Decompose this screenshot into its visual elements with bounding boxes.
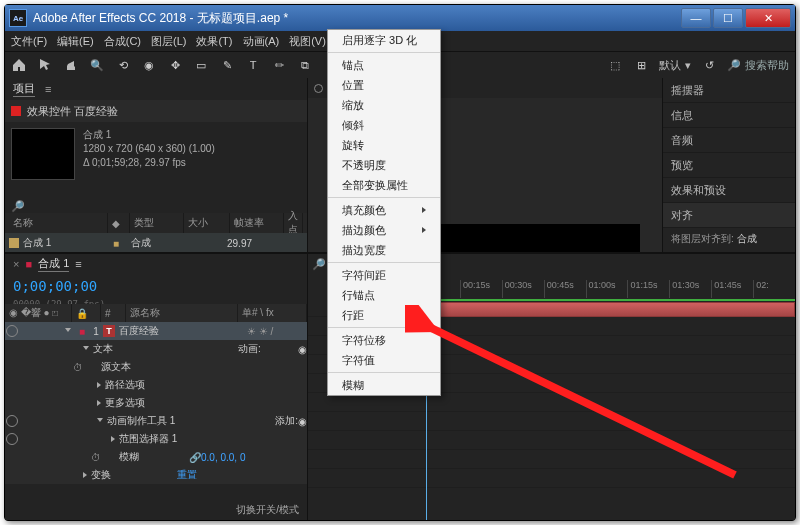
menu-composition[interactable]: 合成(C) xyxy=(104,34,141,49)
project-search-icon[interactable]: 🔎 xyxy=(11,200,25,212)
toggle-switches-modes[interactable]: 切换开关/模式 xyxy=(236,503,299,517)
animate-menu-icon[interactable]: ◉ xyxy=(298,344,307,355)
source-toggle-icon[interactable] xyxy=(314,84,323,93)
maximize-button[interactable]: ☐ xyxy=(713,8,743,28)
menu-line-spacing[interactable]: 行距 xyxy=(328,305,440,325)
menu-edit[interactable]: 编辑(E) xyxy=(57,34,94,49)
window-title: Adobe After Effects CC 2018 - 无标题项目.aep … xyxy=(33,10,288,27)
fx-icon xyxy=(11,106,21,116)
menu-effect[interactable]: 效果(T) xyxy=(196,34,232,49)
prop-range-selector[interactable]: 范围选择器 1 xyxy=(5,430,307,448)
prop-blur[interactable]: ⏱ 模糊 🔗 0.0, 0.0, 0 xyxy=(5,448,307,466)
search-layers-icon[interactable]: 🔎 xyxy=(312,258,326,271)
comp-thumbnail[interactable] xyxy=(11,128,75,180)
prop-path-options[interactable]: 路径选项 xyxy=(5,376,307,394)
animate-context-menu: 启用逐字 3D 化 锚点 位置 缩放 倾斜 旋转 不透明度 全部变换属性 填充颜… xyxy=(327,29,441,396)
help-search[interactable]: 🔎搜索帮助 xyxy=(727,58,789,73)
project-tab[interactable]: 项目 xyxy=(13,81,35,97)
visibility-toggle-icon[interactable] xyxy=(6,325,18,337)
anchor-tool-icon[interactable]: ✥ xyxy=(167,57,183,73)
stopwatch-icon[interactable]: ⏱ xyxy=(73,362,83,373)
reset-icon[interactable]: ↺ xyxy=(701,57,717,73)
menu-stroke-width[interactable]: 描边宽度 xyxy=(328,240,440,260)
blur-value[interactable]: 0.0, 0.0, 0 xyxy=(201,452,245,463)
effect-controls-row[interactable]: 效果控件 百度经验 xyxy=(5,100,307,122)
comp-icon xyxy=(9,238,19,248)
menu-layer[interactable]: 图层(L) xyxy=(151,34,186,49)
home-icon[interactable] xyxy=(11,57,27,73)
link-dimensions-icon[interactable]: 🔗 xyxy=(189,452,201,463)
layer-bar[interactable] xyxy=(426,302,795,317)
panel-align[interactable]: 对齐 xyxy=(663,203,795,228)
work-area-bar[interactable] xyxy=(426,299,795,301)
zoom-tool-icon[interactable]: 🔍 xyxy=(89,57,105,73)
workspace-dropdown[interactable]: 默认▾ xyxy=(659,58,691,73)
menu-blur[interactable]: 模糊 xyxy=(328,375,440,395)
menu-scale[interactable]: 缩放 xyxy=(328,95,440,115)
selection-tool-icon[interactable] xyxy=(37,57,53,73)
menu-stroke-color[interactable]: 描边颜色 xyxy=(328,220,440,240)
text-layer-icon: T xyxy=(103,325,115,337)
snap-icon[interactable]: ⬚ xyxy=(607,57,623,73)
prop-transform[interactable]: 变换 重置 xyxy=(5,466,307,484)
timeline-footer: 切换开关/模式 xyxy=(5,500,307,520)
orbit-tool-icon[interactable]: ⟲ xyxy=(115,57,131,73)
menu-file[interactable]: 文件(F) xyxy=(11,34,47,49)
rect-tool-icon[interactable]: ▭ xyxy=(193,57,209,73)
menu-line-anchor[interactable]: 行锚点 xyxy=(328,285,440,305)
menu-tracking[interactable]: 字符间距 xyxy=(328,265,440,285)
menu-char-offset[interactable]: 字符位移 xyxy=(328,330,440,350)
menu-position[interactable]: 位置 xyxy=(328,75,440,95)
menu-all-transform[interactable]: 全部变换属性 xyxy=(328,175,440,195)
pen-tool-icon[interactable]: ✎ xyxy=(219,57,235,73)
grid-icon[interactable]: ⊞ xyxy=(633,57,649,73)
search-icon: 🔎 xyxy=(727,59,741,72)
menu-char-value[interactable]: 字符值 xyxy=(328,350,440,370)
layer-row-1[interactable]: ■ 1 T 百度经验 ☀ ☀ / xyxy=(5,322,307,340)
close-button[interactable]: ✕ xyxy=(745,8,791,28)
panel-info[interactable]: 信息 xyxy=(663,103,795,128)
hand-tool-icon[interactable] xyxy=(63,57,79,73)
panel-menu-icon[interactable]: ≡ xyxy=(45,83,51,95)
timecode[interactable]: 0;00;00;0000000 (29.97 fps) xyxy=(5,274,307,304)
expand-icon[interactable] xyxy=(65,328,71,335)
menu-view[interactable]: 视图(V) xyxy=(289,34,326,49)
panel-audio[interactable]: 音频 xyxy=(663,128,795,153)
panel-wiggler[interactable]: 摇摆器 xyxy=(663,78,795,103)
timeline-tab[interactable]: 合成 1 xyxy=(38,256,69,272)
project-list-header: 名称 ◆ 类型 大小 帧速率 入点 xyxy=(5,213,307,233)
prop-text[interactable]: 文本 动画:◉ xyxy=(5,340,307,358)
prop-animator-1[interactable]: 动画制作工具 1 添加:◉ xyxy=(5,412,307,430)
app-logo: Ae xyxy=(9,9,27,27)
comp-color-icon: ■ xyxy=(25,258,32,270)
prop-source-text[interactable]: ⏱ 源文本 xyxy=(5,358,307,376)
prop-more-options[interactable]: 更多选项 xyxy=(5,394,307,412)
menu-enable-per-char-3d[interactable]: 启用逐字 3D 化 xyxy=(328,30,440,50)
menu-anchor-point[interactable]: 锚点 xyxy=(328,55,440,75)
timeline-close-icon[interactable]: × xyxy=(13,258,19,270)
rotate-tool-icon[interactable]: ◉ xyxy=(141,57,157,73)
effect-controls-label: 效果控件 百度经验 xyxy=(27,104,118,119)
menu-skew[interactable]: 倾斜 xyxy=(328,115,440,135)
text-tool-icon[interactable]: T xyxy=(245,57,261,73)
layer-columns-header: ◉ �響 ● ⏍ 🔒 # 源名称 单# \ fx xyxy=(5,304,307,322)
stopwatch-icon[interactable]: ⏱ xyxy=(91,452,101,463)
comp-metadata: 合成 1 1280 x 720 (640 x 360) (1.00) Δ 0;0… xyxy=(83,128,215,188)
menu-rotation[interactable]: 旋转 xyxy=(328,135,440,155)
panel-effects-presets[interactable]: 效果和预设 xyxy=(663,178,795,203)
brush-tool-icon[interactable]: ✏ xyxy=(271,57,287,73)
project-item-row[interactable]: 合成 1 ■ 合成 29.97 xyxy=(5,233,307,253)
panel-preview[interactable]: 预览 xyxy=(663,153,795,178)
menu-fill-color[interactable]: 填充颜色 xyxy=(328,200,440,220)
align-to-row: 将图层对齐到: 合成 xyxy=(663,228,795,250)
clone-tool-icon[interactable]: ⧉ xyxy=(297,57,313,73)
minimize-button[interactable]: — xyxy=(681,8,711,28)
menu-animation[interactable]: 动画(A) xyxy=(243,34,280,49)
transform-reset[interactable]: 重置 xyxy=(177,468,197,482)
add-property-icon[interactable]: ◉ xyxy=(298,416,307,427)
menu-opacity[interactable]: 不透明度 xyxy=(328,155,440,175)
window-titlebar: Ae Adobe After Effects CC 2018 - 无标题项目.a… xyxy=(5,5,795,31)
